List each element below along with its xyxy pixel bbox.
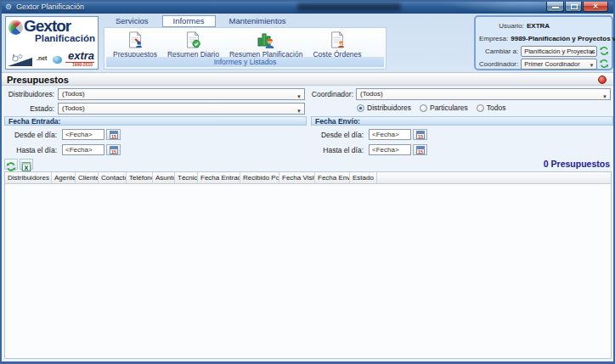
ribbon-panel: Presupuestos Resumen Diario <box>104 27 386 70</box>
logo-product: Planificación <box>35 33 95 43</box>
usuario-value: EXTRA <box>527 22 550 30</box>
column-header[interactable]: Técnico <box>175 172 198 183</box>
cambiar-a-select[interactable]: Planificación y Proyectos v2 ▼ <box>521 46 596 57</box>
fecha-envio-hasta-calendar-button[interactable]: 15 <box>413 144 427 155</box>
fecha-entrada-desde-input[interactable]: <Fecha> <box>62 129 104 140</box>
refresh-icon[interactable] <box>600 59 608 69</box>
column-header[interactable]: Fecha Entrada <box>198 172 240 183</box>
column-header[interactable]: Fecha Envío <box>315 172 350 183</box>
radio-todos[interactable]: Todos <box>477 104 506 112</box>
maximize-button[interactable] <box>565 2 582 12</box>
column-header[interactable]: Recibido Por <box>240 172 279 183</box>
export-excel-button[interactable] <box>20 159 33 170</box>
tab-servicios[interactable]: Servicios <box>105 15 159 27</box>
column-header-filler <box>377 172 611 183</box>
coste-ordenes-button[interactable]: Coste Órdenes <box>308 30 366 59</box>
close-button[interactable]: ✕ <box>583 2 608 12</box>
results-count: 0 Presupuestos <box>544 159 610 169</box>
refresh-results-button[interactable] <box>4 159 18 170</box>
app-icon: ⚙ <box>5 3 12 11</box>
coordinador-value: Primer Coordinador <box>524 60 579 68</box>
resumen-planificacion-button[interactable]: Resumen Planificación <box>224 30 308 59</box>
calendar-icon: 15 <box>110 146 118 154</box>
column-header[interactable]: Teléfono <box>127 172 153 183</box>
estado-label: Estado: <box>2 104 54 113</box>
coordinador-panel-label: Coordinador: <box>479 60 521 68</box>
hasta-label: Hasta el día: <box>4 146 57 154</box>
fecha-envio-hasta-input[interactable]: <Fecha> <box>369 144 411 155</box>
fecha-envio-title: Fecha Envío: <box>311 116 613 126</box>
calendar-icon: 15 <box>416 131 425 139</box>
calendar-icon: 15 <box>110 131 118 139</box>
titlebar: ⚙ Gextor Planificación ✕ <box>2 2 613 14</box>
radio-particulares[interactable]: Particulares <box>420 104 468 112</box>
chevron-down-icon: ▼ <box>602 92 607 102</box>
estado-select[interactable]: (Todos) ▼ <box>58 103 305 115</box>
coordinador-filter-value: (Todos) <box>360 90 383 98</box>
extra-years: 1990-2010 <box>72 62 93 67</box>
close-icon: ✕ <box>584 3 607 10</box>
distribuidores-label: Distribuidores: <box>2 90 54 98</box>
radio-icon <box>420 104 427 112</box>
fecha-entrada-title: Fecha Entrada: <box>4 116 307 126</box>
close-page-icon[interactable] <box>598 76 607 84</box>
radio-icon <box>477 104 484 112</box>
empresa-value: 9989-Planificación y Proyectos v2 <box>511 35 615 42</box>
coordinador-filter-label: Coordinador: <box>308 90 353 98</box>
estado-value: (Todos) <box>62 104 85 112</box>
fecha-envio-desde-input[interactable]: <Fecha> <box>369 129 411 140</box>
document-user-icon <box>127 31 144 49</box>
maximize-icon <box>571 4 578 9</box>
calendar-icon: 15 <box>416 146 425 154</box>
column-header[interactable]: Fecha Visita <box>279 172 315 183</box>
fecha-envio-desde-calendar-button[interactable]: 15 <box>413 129 427 140</box>
window-title: Gextor Planificación <box>16 3 84 11</box>
titlebar-watermark <box>297 3 401 11</box>
swirl-icon <box>53 56 62 64</box>
chevron-down-icon: ▼ <box>590 48 595 57</box>
column-header[interactable]: Distribuidores <box>5 172 52 183</box>
dotnet-logo: .net <box>37 55 47 61</box>
page-header: Presupuestos <box>2 72 613 86</box>
column-header[interactable]: Agente <box>52 172 76 183</box>
extra-logo: extra <box>68 49 94 62</box>
grid-header-row: Distribuidores Agente Cliente Contacto T… <box>5 172 611 184</box>
content-area: Distribuidores: (Todos) ▼ Coordinador: (… <box>2 86 613 361</box>
column-header[interactable]: Estado <box>350 172 377 183</box>
coordinador-filter-select[interactable]: (Todos) ▼ <box>356 88 611 100</box>
hasta-label: Hasta el día: <box>311 146 364 154</box>
usuario-label: Usuario: <box>479 22 527 30</box>
coordinador-select[interactable]: Primer Coordinador ▼ <box>521 59 596 70</box>
column-header[interactable]: Asunto <box>153 172 175 183</box>
document-check-icon <box>184 31 201 49</box>
document-worker-icon <box>329 31 346 49</box>
refresh-icon[interactable] <box>600 46 608 56</box>
desde-label: Desde el día: <box>4 131 57 139</box>
radio-icon <box>357 104 364 112</box>
window-controls: ✕ <box>545 2 608 12</box>
machine-icon <box>7 53 36 67</box>
excel-icon <box>21 162 31 171</box>
tab-mantenimientos[interactable]: Mantenimientos <box>219 15 296 27</box>
column-header[interactable]: Cliente <box>76 172 99 183</box>
presupuestos-button[interactable]: Presupuestos <box>108 30 162 59</box>
fecha-entrada-desde-calendar-button[interactable]: 15 <box>106 129 121 140</box>
fecha-entrada-hasta-calendar-button[interactable]: 15 <box>106 144 121 155</box>
minimize-button[interactable] <box>546 2 564 12</box>
chevron-down-icon: ▼ <box>296 92 302 102</box>
empresa-label: Empresa: <box>479 35 511 42</box>
resumen-diario-button[interactable]: Resumen Diario <box>162 30 224 59</box>
radio-distribuidores[interactable]: Distribuidores <box>357 104 411 112</box>
presupuestos-grid: Distribuidores Agente Cliente Contacto T… <box>4 171 612 359</box>
ribbon-tabs: Servicios Informes Mantenimientos <box>105 15 300 27</box>
page-title: Presupuestos <box>7 75 69 85</box>
cambiar-a-value: Planificación y Proyectos v2 <box>524 48 596 55</box>
distribuidores-select[interactable]: (Todos) ▼ <box>58 88 305 100</box>
desde-label: Desde el día: <box>311 131 364 139</box>
fecha-entrada-hasta-input[interactable]: <Fecha> <box>62 144 104 155</box>
column-header[interactable]: Contacto <box>99 172 127 183</box>
fecha-entrada-section: Fecha Entrada: Desde el día: <Fecha> 15 … <box>4 116 307 159</box>
tab-informes[interactable]: Informes <box>162 15 216 27</box>
fecha-envio-section: Fecha Envío: Desde el día: <Fecha> 15 Ha… <box>311 116 613 159</box>
grid-body-empty <box>5 184 611 358</box>
